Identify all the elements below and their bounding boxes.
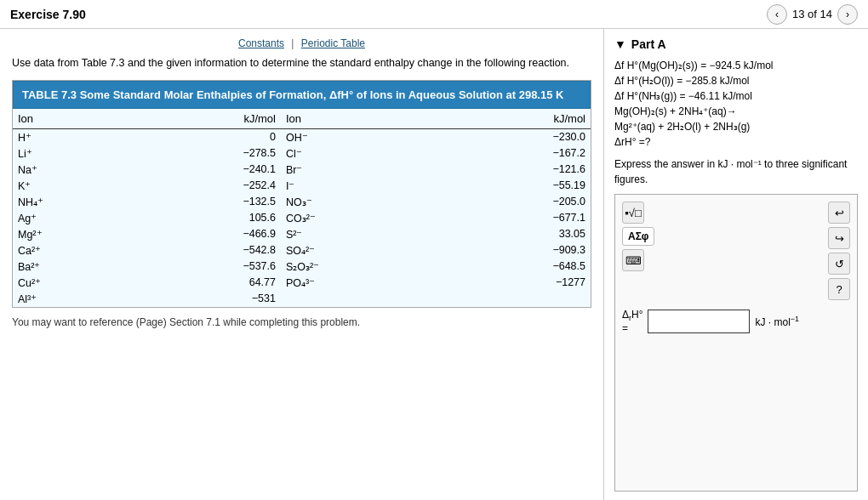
ion1-cell: Al³⁺: [13, 291, 204, 307]
ion1-cell: Ba²⁺: [13, 259, 204, 275]
part-a-label: Part A: [631, 37, 666, 51]
table-title: TABLE 7.3 Some Standard Molar Enthalpies…: [13, 81, 591, 109]
ion2-cell: [281, 291, 514, 307]
ion2-cell: SO₄²⁻: [281, 242, 514, 259]
val1-cell: −132.5: [204, 194, 281, 210]
formula-button[interactable]: ΑΣφ: [622, 227, 654, 246]
constants-link[interactable]: Constants: [238, 37, 284, 49]
given-info: Δf H°(Mg(OH)₂(s)) = −924.5 kJ/molΔf H°(H…: [614, 58, 858, 150]
express-text: Express the answer in kJ · mol⁻¹ to thre…: [614, 156, 858, 187]
input-row: ΔrH°= kJ · mol−1: [622, 309, 850, 334]
prev-button[interactable]: ‹: [767, 4, 787, 25]
table-row: Ca²⁺ −542.8 SO₄²⁻ −909.3: [13, 242, 591, 259]
val1-cell: −466.9: [204, 226, 281, 242]
redo-button[interactable]: ↪: [828, 227, 850, 249]
val1-cell: 64.77: [204, 275, 281, 291]
table-row: Mg²⁺ −466.9 S²⁻ 33.05: [13, 226, 591, 242]
ion2-cell: OH⁻: [281, 128, 514, 145]
val1-cell: −542.8: [204, 242, 281, 259]
table-row: Ag⁺ 105.6 CO₃²⁻ −677.1: [13, 210, 591, 226]
page-title: Exercise 7.90: [10, 8, 86, 21]
val1-cell: 105.6: [204, 210, 281, 226]
val2-cell: −648.5: [514, 259, 591, 275]
page-header: Exercise 7.90 ‹ 13 of 14 ›: [0, 0, 868, 29]
ion2-cell: S₂O₃²⁻: [281, 259, 514, 275]
val2-cell: −167.2: [514, 145, 591, 162]
ion2-cell: CO₃²⁻: [281, 210, 514, 226]
matrix-icon-btn[interactable]: ▪√□: [622, 202, 644, 224]
val1-cell: −537.6: [204, 259, 281, 275]
ion2-cell: Br⁻: [281, 162, 514, 178]
matrix-icon: ▪√□: [625, 207, 642, 219]
unit-label: kJ · mol−1: [755, 315, 799, 328]
ion1-cell: Ag⁺: [13, 210, 204, 226]
table-row: H⁺ 0 OH⁻ −230.0: [13, 128, 591, 145]
val2-cell: −230.0: [514, 128, 591, 145]
val1-cell: −252.4: [204, 178, 281, 194]
val2-cell: −677.1: [514, 210, 591, 226]
given-line: Δf H°(NH₃(g)) = −46.11 kJ/mol: [614, 88, 858, 104]
ion1-cell: NH₄⁺: [13, 194, 204, 210]
reset-button[interactable]: ↺: [828, 253, 850, 275]
given-line: Mg²⁺(aq) + 2H₂O(l) + 2NH₃(g): [614, 119, 858, 134]
nav-controls: ‹ 13 of 14 ›: [767, 4, 858, 25]
ion1-cell: H⁺: [13, 128, 204, 145]
ion2-cell: Cl⁻: [281, 145, 514, 162]
table-row: K⁺ −252.4 I⁻ −55.19: [13, 178, 591, 194]
ion2-cell: NO₃⁻: [281, 194, 514, 210]
val2-cell: −909.3: [514, 242, 591, 259]
given-line: ΔrH° =?: [614, 134, 858, 150]
delta-label: ΔrH°=: [622, 309, 642, 334]
problem-description: Use data from Table 7.3 and the given in…: [12, 56, 591, 71]
toolbar-left: ▪√□ ΑΣφ ⌨: [622, 202, 825, 271]
val2-cell: [514, 291, 591, 307]
vstack-icons: ↩ ↪ ↺ ?: [828, 202, 850, 300]
ion1-cell: K⁺: [13, 178, 204, 194]
periodic-table-link[interactable]: Periodic Table: [301, 37, 365, 49]
val1-cell: −240.1: [204, 162, 281, 178]
toolbar: ▪√□ ΑΣφ ⌨ ↩ ↪ ↺ ?: [622, 202, 850, 300]
undo-button[interactable]: ↩: [828, 202, 850, 224]
val2-cell: −205.0: [514, 194, 591, 210]
answer-area: ▪√□ ΑΣφ ⌨ ↩ ↪ ↺ ?: [614, 194, 858, 491]
enthalpy-table-container: TABLE 7.3 Some Standard Molar Enthalpies…: [12, 80, 591, 308]
top-links: Constants | Periodic Table: [12, 37, 591, 49]
answer-input[interactable]: [648, 310, 750, 333]
help-button[interactable]: ?: [828, 278, 850, 300]
ion2-cell: I⁻: [281, 178, 514, 194]
col4-header: kJ/mol: [514, 109, 591, 129]
col3-header: Ion: [281, 109, 514, 129]
val2-cell: −121.6: [514, 162, 591, 178]
col1-header: Ion: [13, 109, 204, 129]
val2-cell: 33.05: [514, 226, 591, 242]
table-row: Li⁺ −278.5 Cl⁻ −167.2: [13, 145, 591, 162]
ion1-cell: Na⁺: [13, 162, 204, 178]
given-line: Mg(OH)₂(s) + 2NH₄⁺(aq)→: [614, 104, 858, 119]
val1-cell: 0: [204, 128, 281, 145]
right-panel: ▼ Part A Δf H°(Mg(OH)₂(s)) = −924.5 kJ/m…: [604, 29, 868, 500]
val2-cell: −55.19: [514, 178, 591, 194]
ion2-cell: PO₄³⁻: [281, 275, 514, 291]
ion1-cell: Mg²⁺: [13, 226, 204, 242]
enthalpy-table: Ion kJ/mol Ion kJ/mol H⁺ 0 OH⁻ −230.0 Li…: [13, 109, 591, 307]
left-panel: Constants | Periodic Table Use data from…: [0, 29, 604, 500]
val1-cell: −531: [204, 291, 281, 307]
link-separator: |: [291, 37, 294, 49]
ion2-cell: S²⁻: [281, 226, 514, 242]
ion1-cell: Li⁺: [13, 145, 204, 162]
table-row: NH₄⁺ −132.5 NO₃⁻ −205.0: [13, 194, 591, 210]
keyboard-icon-btn[interactable]: ⌨: [622, 249, 644, 271]
table-row: Al³⁺ −531: [13, 291, 591, 307]
table-row: Na⁺ −240.1 Br⁻ −121.6: [13, 162, 591, 178]
given-line: Δf H°(Mg(OH)₂(s)) = −924.5 kJ/mol: [614, 58, 858, 73]
ion1-cell: Cu²⁺: [13, 275, 204, 291]
val1-cell: −278.5: [204, 145, 281, 162]
table-row: Ba²⁺ −537.6 S₂O₃²⁻ −648.5: [13, 259, 591, 275]
next-button[interactable]: ›: [837, 4, 858, 25]
col2-header: kJ/mol: [204, 109, 281, 129]
nav-counter: 13 of 14: [792, 8, 832, 20]
part-a-header: ▼ Part A: [614, 37, 858, 51]
given-line: Δf H°(H₂O(l)) = −285.8 kJ/mol: [614, 73, 858, 88]
table-row: Cu²⁺ 64.77 PO₄³⁻ −1277: [13, 275, 591, 291]
footer-note: You may want to reference (Page) Section…: [12, 316, 591, 328]
